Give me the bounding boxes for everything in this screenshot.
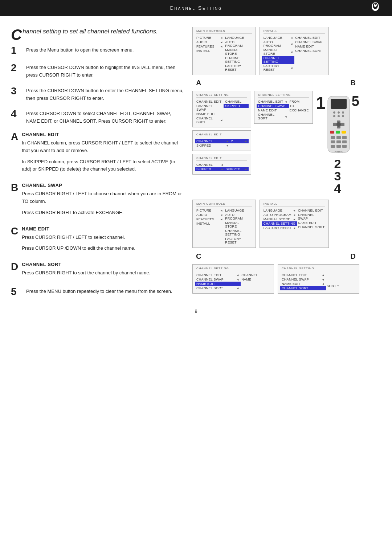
num-3: 3 <box>334 170 341 182</box>
section-c-letter: C <box>11 226 18 236</box>
svg-rect-25 <box>331 145 335 148</box>
channel-setting-c-menu: CHANNEL SETTING CHANNEL EDIT◄ CHANNEL SW… <box>192 264 274 294</box>
section-a: A CHANNEL EDIT In CHANNEL column, press … <box>11 132 185 177</box>
num-2: 2 <box>334 158 341 170</box>
main-controls-1-title: MAIN CONTROLS <box>196 29 252 34</box>
svg-point-12 <box>342 115 344 117</box>
remote-svg-icon: PHILIPS <box>324 94 353 156</box>
philips-logo-icon <box>367 0 383 16</box>
section-c-title: NAME EDIT <box>22 226 185 232</box>
num-4: 4 <box>334 182 341 195</box>
csa-chansort: CHANNEL SORT◄ <box>196 116 223 124</box>
install-menu-2: INSTALL LANGUAGE◄ AUTO PROGRAM◄ MANUAL S… <box>260 200 329 248</box>
csa-chanedit: CHANNEL EDIT <box>196 99 223 104</box>
ce2-skip-val: SKIPPED◄ <box>224 167 249 171</box>
ab-section-row: CHANNEL SETTING CHANNEL EDIT CHANNEL SWA… <box>192 91 359 195</box>
page-number: 9 <box>0 305 392 321</box>
mc1-install: INSTALL <box>196 49 223 53</box>
section-a-body-1: In CHANNEL column, press CURSOR RIGHT / … <box>22 139 185 155</box>
svg-point-9 <box>342 111 344 114</box>
svg-rect-16 <box>330 131 334 134</box>
nums-and-remote: 1 <box>316 94 359 156</box>
mc1-factoryreset: FACTORY RESET <box>225 64 252 72</box>
svg-rect-27 <box>342 145 347 148</box>
step-3-number: 3 <box>11 86 21 102</box>
install-1-title: INSTALL <box>264 29 325 34</box>
a-label: A <box>196 79 201 87</box>
step-5-number: 5 <box>11 286 21 298</box>
section-a-title: CHANNEL EDIT <box>22 132 185 137</box>
svg-point-10 <box>333 115 335 117</box>
csb-nameedit: NAME EDIT <box>258 108 287 113</box>
section-a-content: CHANNEL EDIT In CHANNEL column, press CU… <box>22 132 185 177</box>
csb-chanedit: CHANNEL EDIT◄ <box>258 99 287 104</box>
section-b-letter: B <box>11 183 18 193</box>
csa-channel-val: CHANNEL <box>225 99 247 104</box>
mc1-manstore: MANUAL STORE <box>225 48 252 56</box>
left-column: Channel setting to set all channel relat… <box>11 27 185 298</box>
remote-area: 1 <box>316 94 359 195</box>
num-1: 1 <box>316 94 326 112</box>
section-b: B CHANNEL SWAP Press CURSOR RIGHT / LEFT… <box>11 183 185 220</box>
svg-rect-21 <box>342 136 347 139</box>
section-d: D CHANNEL SORT Press CURSOR RIGHT to sor… <box>11 262 185 281</box>
inst1-manstore: MANUAL STORE◄ <box>264 48 293 56</box>
channel-edit-1-menu: CHANNEL EDIT CHANNEL◄ SKIPPED◄ 2◄ <box>192 130 251 151</box>
svg-point-8 <box>338 111 340 114</box>
csb-chanswap: CHANNEL SWAP <box>257 104 289 108</box>
csa-chanswap: CHANNEL SWAP <box>196 104 223 112</box>
svg-point-15 <box>336 122 341 127</box>
csb-exchange-val: EXCHANGE <box>290 108 309 113</box>
svg-rect-6 <box>331 99 347 109</box>
d-label: D <box>351 252 356 261</box>
mc1-features: FEATURES◄ <box>196 44 223 49</box>
svg-point-7 <box>333 111 335 114</box>
right-column: MAIN CONTROLS PICTURE◄ AUDIO◄ FEATURES◄ … <box>192 27 359 298</box>
section-d-content: CHANNEL SORT Press CURSOR RIGHT to sort … <box>22 262 185 281</box>
section-c-content: NAME EDIT Press CURSOR RIGHT / LEFT to s… <box>22 226 185 256</box>
drop-cap: C <box>11 28 22 41</box>
section-a-letter: A <box>11 132 18 142</box>
step-3-text: Press the CURSOR DOWN button to enter th… <box>26 86 185 102</box>
mc1-audio: AUDIO◄ <box>196 40 223 44</box>
c-label: C <box>196 252 201 261</box>
svg-point-4 <box>375 3 376 5</box>
num-5: 5 <box>352 94 359 108</box>
mc1-picture: PICTURE◄ <box>196 36 223 40</box>
csb-to-val: TO <box>290 104 309 108</box>
mc1-chansetting: CHANNEL SETTING <box>225 56 252 64</box>
svg-rect-23 <box>336 140 341 143</box>
cd-label-row: C D <box>192 252 359 261</box>
mc1-language: LANGUAGE <box>225 36 252 40</box>
section-b-body-1: Press CURSOR RIGHT / LEFT to choose chan… <box>22 190 185 205</box>
main-controls-menu-1: MAIN CONTROLS PICTURE◄ AUDIO◄ FEATURES◄ … <box>192 27 256 75</box>
channel-edit-2-menu: CHANNEL EDIT CHANNEL◄ SKIPPED◄ SKIPPED◄ <box>192 154 251 175</box>
intro-text: hannel setting to set all channel relate… <box>23 28 158 35</box>
inst1-right-chansort: CHANNEL SORT <box>295 49 325 53</box>
section-b-content: CHANNEL SWAP Press CURSOR RIGHT / LEFT t… <box>22 183 185 220</box>
step-3: 3 Press the CURSOR DOWN button to enter … <box>11 86 185 102</box>
svg-rect-20 <box>336 136 341 139</box>
nums-234: 2 3 4 <box>334 158 341 195</box>
channel-setting-a-menu: CHANNEL SETTING CHANNEL EDIT CHANNEL SWA… <box>192 91 251 127</box>
inst1-right-chanswap: CHANNEL SWAP <box>295 40 325 44</box>
inst1-right-nameedit: NAME EDIT <box>295 44 325 49</box>
install-menu-1: INSTALL LANGUAGE◄ AUTO PROGRAM◄ MANUAL S… <box>260 27 329 75</box>
middle-menus-row: MAIN CONTROLS PICTURE◄ AUDIO◄ FEATURES◄ … <box>192 200 359 248</box>
step-2-number: 2 <box>11 62 21 79</box>
inst1-autoprog: AUTO PROGRAM◄ <box>264 40 293 48</box>
section-a-body-2: In SKIPPED column, press CURSOR RIGHT / … <box>22 158 185 173</box>
inst1-chansetting: CHANNEL SETTING <box>262 56 295 64</box>
cd-section-row: CHANNEL SETTING CHANNEL EDIT◄ CHANNEL SW… <box>192 264 359 294</box>
svg-rect-24 <box>342 140 347 143</box>
csb-from-val: FROM <box>290 99 309 104</box>
step-5: 5 Press the MENU button repeatedly to cl… <box>11 286 185 298</box>
section-b-body-2: Press CURSOR RIGHT to activate EXCHANGE. <box>22 209 185 217</box>
section-d-body-1: Press CURSOR RIGHT to sort the channel b… <box>22 269 185 277</box>
csa-skipped-val: SKIPPED <box>224 104 249 108</box>
mc1-autoprog: AUTO PROGRAM <box>225 40 252 48</box>
step-1-text: Press the Menu button to open the onscre… <box>26 45 134 56</box>
inst1-right-chanedit: CHANNEL EDIT <box>295 36 325 40</box>
svg-point-11 <box>338 115 340 117</box>
a-section-menus: CHANNEL SETTING CHANNEL EDIT CHANNEL SWA… <box>192 91 251 175</box>
